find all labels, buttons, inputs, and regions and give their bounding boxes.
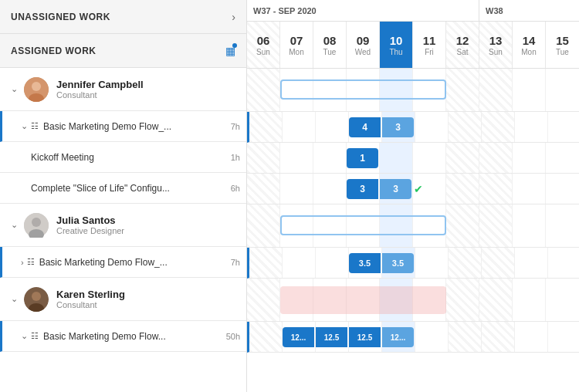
julia-gantt-row	[247, 204, 579, 248]
karen-avatar	[24, 287, 49, 312]
julia-project-gantt-row: 3.5 3.5	[247, 248, 579, 279]
karen-project-icon: ☷	[31, 331, 39, 341]
day-12: 12 Sat	[446, 22, 479, 68]
day-11: 11 Fri	[413, 22, 446, 68]
julia-project-icon: ☷	[27, 257, 35, 267]
kickoff-task-row: Kickoff Meeting 1h	[0, 142, 246, 173]
slice-task-row: Complete "Slice of Life" Configu... 6h	[0, 173, 246, 204]
julia-outline-bar	[280, 215, 446, 235]
julia-project-row: › ☷ Basic Marketing Demo Flow_... 7h	[0, 247, 246, 278]
julia-project-hours: 7h	[231, 258, 240, 267]
karen-name: Karen Sterling	[56, 289, 125, 300]
unassigned-label: UNASSIGNED WORK	[11, 12, 110, 22]
karen-project-gantt-row: 12... 12.5 12.5 12...	[247, 322, 579, 353]
assigned-label: ASSIGNED WORK	[11, 46, 96, 56]
karen-role: Consultant	[56, 300, 125, 309]
julia-project-bar-1: 3.5	[349, 253, 381, 273]
karen-project-row: ⌄ ☷ Basic Marketing Demo Flow... 50h	[0, 321, 246, 352]
jennifer-project-hours: 7h	[231, 122, 240, 131]
unassigned-chevron-icon[interactable]: ›	[232, 11, 235, 23]
svg-point-1	[32, 82, 41, 91]
kickoff-task-name: Kickoff Meeting	[31, 152, 228, 163]
day-10-today: 10 Thu	[380, 22, 413, 68]
rows-container: ⌄ Jennifer Campbell Consultant ⌄ ☷ B	[0, 68, 246, 392]
karen-project-bar-3: 12.5	[349, 327, 381, 347]
svg-point-4	[32, 218, 41, 227]
karen-pink-bar	[280, 286, 446, 314]
days-header: 06 Sun 07 Mon 08 Tue 09 Wed	[247, 22, 579, 68]
slice-gantt-row: 3 3 ✔	[247, 174, 579, 204]
julia-role: Creative Designer	[56, 226, 124, 235]
unassigned-header[interactable]: UNASSIGNED WORK ›	[0, 0, 246, 34]
jennifer-project-gantt-row: 4 3	[247, 112, 579, 143]
person-row-karen: ⌄ Karen Sterling Consultant	[0, 278, 246, 321]
jennifer-role: Consultant	[56, 90, 144, 100]
jennifer-project-chevron[interactable]: ⌄	[21, 121, 28, 131]
jennifer-info: Jennifer Campbell Consultant	[56, 79, 144, 100]
person-row-julia: ⌄ Julia Santos Creative Designer	[0, 204, 246, 247]
svg-point-7	[32, 292, 41, 301]
day-13: 13 Sun	[479, 22, 513, 68]
kickoff-task-hours: 1h	[231, 153, 240, 162]
julia-project-chevron[interactable]: ›	[21, 258, 24, 267]
filter-dot	[232, 43, 237, 48]
left-panel: UNASSIGNED WORK › ASSIGNED WORK ▦ ⌄	[0, 0, 247, 392]
day-09: 09 Wed	[347, 22, 380, 68]
gantt-panel: W37 - SEP 2020 W38 06 Sun 07 Mon	[247, 0, 579, 392]
slice-task-name: Complete "Slice of Life" Configu...	[31, 183, 228, 194]
jennifer-project-bar-2: 3	[382, 117, 414, 137]
day-08: 08 Tue	[313, 22, 347, 68]
julia-name: Julia Santos	[56, 215, 124, 226]
assigned-header: ASSIGNED WORK ▦	[0, 34, 246, 68]
week37-label: W37 - SEP 2020	[247, 0, 479, 21]
karen-project-name: Basic Marketing Demo Flow...	[43, 331, 223, 342]
day-06: 06 Sun	[247, 22, 280, 68]
slice-task-bar-2: 3	[380, 179, 411, 199]
slice-task-bar-1: 3	[347, 179, 378, 199]
jennifer-chevron[interactable]: ⌄	[11, 84, 18, 94]
day-07: 07 Mon	[280, 22, 313, 68]
jennifer-name: Jennifer Campbell	[56, 79, 144, 90]
jennifer-project-name: Basic Marketing Demo Flow_...	[43, 121, 228, 132]
julia-info: Julia Santos Creative Designer	[56, 215, 124, 235]
slice-task-hours: 6h	[231, 184, 240, 193]
julia-avatar	[24, 213, 49, 238]
jennifer-project-bar-1: 4	[349, 117, 381, 137]
jennifer-project-row: ⌄ ☷ Basic Marketing Demo Flow_... 7h	[0, 111, 246, 142]
karen-project-bar-1: 12...	[283, 327, 314, 347]
karen-gantt-row	[247, 279, 579, 322]
jennifer-avatar	[24, 77, 49, 102]
day-14: 14 Mon	[513, 22, 546, 68]
kickoff-task-bar: 1	[347, 148, 378, 168]
karen-project-bar-4: 12...	[382, 327, 414, 347]
jennifer-outline-bar	[280, 79, 446, 100]
jennifer-gantt-row	[247, 69, 579, 112]
slice-task-checkmark: ✔	[414, 179, 423, 199]
julia-chevron[interactable]: ⌄	[11, 220, 18, 230]
karen-project-hours: 50h	[226, 332, 240, 341]
karen-project-bar-2: 12.5	[316, 327, 347, 347]
week38-label: W38	[479, 0, 579, 21]
kickoff-gantt-row: 1	[247, 143, 579, 174]
julia-project-name: Basic Marketing Demo Flow_...	[39, 257, 228, 268]
karen-info: Karen Sterling Consultant	[56, 289, 125, 309]
julia-project-bar-2: 3.5	[382, 253, 414, 273]
gantt-body: 4 3 1	[247, 69, 579, 392]
project-icon: ☷	[31, 121, 39, 131]
day-15: 15 Tue	[546, 22, 579, 68]
person-row-jennifer: ⌄ Jennifer Campbell Consultant	[0, 68, 246, 111]
filter-container[interactable]: ▦	[225, 45, 235, 57]
karen-project-chevron[interactable]: ⌄	[21, 331, 28, 341]
karen-chevron[interactable]: ⌄	[11, 294, 18, 304]
